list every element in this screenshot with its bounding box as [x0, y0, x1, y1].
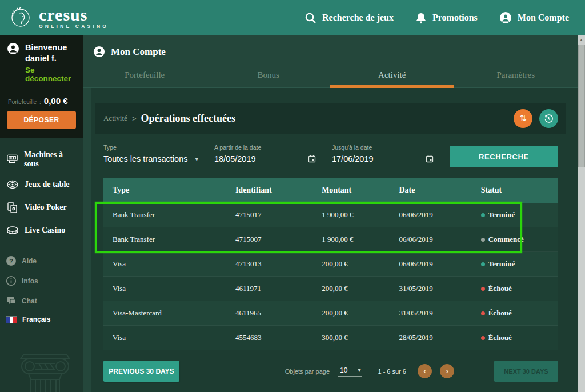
per-page-value: 10	[340, 366, 347, 374]
table-row: Visa 4713013 200,00 € 06/06/2019 Terminé	[103, 252, 558, 277]
sidebar: Bienvenue daniel f. Se déconnecter Porte…	[0, 35, 83, 392]
header-nav: Recherche de jeux Promotions Mon Compte	[304, 11, 569, 24]
table-row: Bank Transfer 4715007 1 900,00 € 06/06/2…	[103, 227, 558, 252]
sidebar-item-chat[interactable]: Chat	[0, 291, 83, 311]
deposit-button[interactable]: DÉPOSER	[7, 111, 76, 129]
sidebar-item-language[interactable]: Français	[0, 311, 83, 328]
history-icon	[544, 114, 554, 123]
table-body: Bank Transfer 4715017 1 900,00 € 06/06/2…	[103, 203, 558, 350]
cell-montant: 1 900,00 €	[312, 210, 390, 219]
cell-statut: Terminé	[472, 259, 558, 269]
column-header-date: Date	[390, 186, 471, 195]
to-date-value: 17/06/2019	[332, 154, 374, 163]
status-dot	[481, 213, 485, 217]
cell-type: Bank Transfer	[103, 210, 226, 219]
history-button[interactable]	[539, 109, 558, 128]
coin-logo-icon	[8, 5, 33, 30]
status-dot	[481, 238, 485, 242]
sidebar-item-video-poker[interactable]: Vidéo Poker	[0, 196, 83, 219]
search-button[interactable]: RECHERCHE	[450, 146, 558, 167]
chevron-down-icon: ▾	[195, 155, 198, 163]
cell-date: 06/06/2019	[390, 235, 471, 244]
nav-account[interactable]: Mon Compte	[499, 11, 569, 24]
to-date-label: Jusqu'à la date	[332, 144, 435, 151]
breadcrumb-separator: >	[132, 114, 137, 123]
sidebar-item-infos[interactable]: Infos	[0, 271, 83, 291]
previous-30-days-button[interactable]: PREVIOUS 30 DAYS	[103, 361, 179, 382]
nav-promotions-label: Promotions	[432, 13, 478, 23]
sidebar-item-table-games[interactable]: Jeux de table	[0, 173, 83, 196]
cell-montant: 200,00 €	[312, 284, 390, 293]
cell-identifiant: 4611965	[226, 309, 312, 318]
cresus-logo[interactable]: cresus ONLINE CASINO	[8, 5, 109, 30]
wallet-balance: 0,00 €	[44, 96, 68, 106]
breadcrumb-parent[interactable]: Activité	[103, 114, 127, 123]
transfer-icon: ⇅	[519, 113, 527, 123]
tab-portefeuille[interactable]: Portefeuille	[83, 65, 207, 87]
from-date-label: A partir de la date	[214, 144, 317, 151]
logout-link[interactable]: Se déconnecter	[25, 66, 76, 83]
cell-montant: 200,00 €	[312, 259, 390, 269]
user-block: Bienvenue daniel f. Se déconnecter Porte…	[0, 35, 83, 138]
sidebar-item-slots[interactable]: Machines à sous	[0, 146, 83, 173]
table-row: Visa 4611971 200,00 € 31/05/2019 Échoué	[103, 277, 558, 301]
cell-type: Visa	[103, 284, 226, 293]
per-page-select[interactable]: 10 ▾	[338, 366, 362, 377]
page-scrollbar[interactable]: ▲	[578, 35, 585, 392]
status-dot	[481, 311, 485, 315]
next-30-days-button[interactable]: NEXT 30 DAYS	[494, 361, 558, 382]
logo-subtitle: ONLINE CASINO	[39, 23, 109, 29]
status-dot	[481, 287, 485, 291]
status-label: Échoué	[488, 333, 512, 342]
column-header-identifiant: Identifiant	[226, 186, 312, 195]
next-page-button[interactable]: ›	[440, 364, 454, 378]
sidebar-item-live-casino[interactable]: Live Casino	[0, 219, 83, 242]
type-filter-select[interactable]: Toutes les transactions ▾	[103, 154, 199, 167]
status-label: Terminé	[488, 259, 515, 269]
cell-identifiant: 4611971	[226, 284, 312, 293]
cell-statut: Terminé	[472, 210, 558, 219]
per-page-label: Objets par page	[285, 368, 330, 375]
pagination: Objets par page 10 ▾ 1 - 6 sur 6 ‹ › NEX…	[285, 361, 558, 382]
cell-date: 28/05/2019	[390, 333, 471, 342]
scrollbar-thumb[interactable]	[578, 45, 585, 167]
cell-montant: 200,00 €	[312, 309, 390, 318]
filters-row: Type Toutes les transactions ▾ A partir …	[95, 134, 566, 170]
type-filter-label: Type	[103, 144, 199, 151]
svg-text:?: ?	[9, 258, 13, 265]
cell-date: 31/05/2019	[390, 309, 471, 318]
tab-activite[interactable]: Activité	[330, 65, 454, 87]
wallet-label: Portefeuille	[8, 99, 37, 105]
table-row: Bank Transfer 4715017 1 900,00 € 06/06/2…	[103, 203, 558, 227]
avatar-icon	[7, 42, 19, 55]
sidebar-item-label: Chat	[22, 297, 37, 305]
previous-page-button[interactable]: ‹	[418, 364, 432, 378]
logo-title: cresus	[39, 7, 109, 23]
activity-panel: Activité > Opérations effectuées ⇅ Type …	[91, 88, 578, 392]
cell-identifiant: 4554683	[226, 333, 312, 342]
transactions-toggle-button[interactable]: ⇅	[514, 109, 532, 128]
scroll-up-arrow[interactable]: ▲	[578, 35, 585, 43]
status-label: Commencé	[488, 235, 524, 244]
search-icon	[304, 12, 316, 24]
to-date-input[interactable]: 17/06/2019	[332, 154, 435, 167]
tab-bonus[interactable]: Bonus	[206, 65, 330, 87]
cell-statut: Commencé	[472, 235, 558, 244]
french-flag-icon	[6, 316, 17, 323]
type-filter: Type Toutes les transactions ▾	[103, 144, 199, 167]
sidebar-secondary: ? Aide Infos Chat Français	[0, 251, 83, 328]
sidebar-item-help[interactable]: ? Aide	[0, 251, 83, 271]
nav-search-games[interactable]: Recherche de jeux	[304, 12, 394, 24]
table-games-icon	[6, 178, 19, 191]
chat-icon	[6, 295, 17, 306]
tab-parametres[interactable]: Paramètres	[454, 65, 578, 87]
from-date-input[interactable]: 18/05/2019	[214, 154, 317, 167]
nav-promotions[interactable]: Promotions	[415, 12, 478, 24]
from-date-filter: A partir de la date 18/05/2019	[214, 144, 317, 167]
cell-statut: Échoué	[472, 309, 558, 318]
nav-search-label: Recherche de jeux	[322, 13, 394, 23]
transactions-table: Type Identifiant Montant Date Statut Ban…	[103, 178, 558, 350]
status-label: Échoué	[488, 309, 512, 318]
account-bar: Mon Compte	[83, 35, 578, 61]
status-label: Échoué	[488, 284, 512, 293]
